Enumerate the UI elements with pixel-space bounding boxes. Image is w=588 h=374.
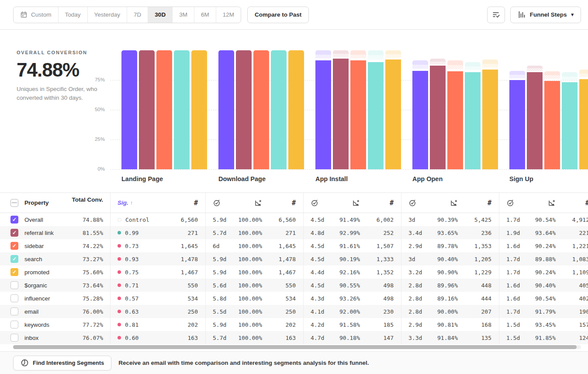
funnel-bar-promoted[interactable] [191, 50, 207, 169]
funnel-bar-referral-link[interactable] [139, 50, 155, 169]
horizontal-scrollbar[interactable] [13, 345, 581, 349]
row-checkbox[interactable]: ✓ [10, 255, 18, 263]
step-count: 1,467 [262, 269, 296, 276]
clock-check-icon[interactable] [408, 199, 432, 207]
avg-time-value: 4.5d [311, 282, 334, 289]
table-row[interactable]: ✓ search 73.27% 0.93 1,478 5.9d 100.00% … [0, 252, 588, 266]
total-conversion-value: 73.27% [70, 252, 110, 266]
funnel-bar-search[interactable] [562, 82, 578, 169]
date-range-option-yesterday[interactable]: Yesterday [88, 7, 128, 23]
select-all-checkbox[interactable]: — [10, 199, 18, 207]
count-column-header[interactable]: # [164, 199, 198, 207]
step-count: 1,478 [262, 256, 296, 262]
count-column-header[interactable]: # [556, 199, 588, 207]
step-count: 550 [164, 282, 198, 289]
conversion-rate-icon[interactable] [530, 199, 556, 207]
table-row[interactable]: ✓ Overall 74.88% Control 6,560 5.9d 100.… [0, 213, 588, 226]
conversion-rate-value: 89.88% [530, 256, 556, 262]
date-range-option-today[interactable]: Today [59, 7, 88, 23]
funnel-bar-overall[interactable] [412, 71, 428, 169]
clock-check-icon[interactable] [506, 199, 530, 207]
conversion-rate-value: 100.00% [236, 308, 262, 315]
horizontal-scrollbar-thumb[interactable] [13, 345, 577, 349]
avg-time-value: 5.6d [213, 282, 236, 289]
date-range-option-custom[interactable]: Custom [14, 7, 59, 23]
clock-check-icon[interactable] [311, 199, 334, 207]
funnel-bar-promoted[interactable] [385, 59, 401, 169]
row-checkbox[interactable]: ✓ [10, 268, 18, 276]
date-range-option-30d[interactable]: 30D [148, 7, 173, 23]
row-checkbox[interactable] [10, 334, 18, 342]
funnel-bar-overall[interactable] [218, 50, 234, 169]
date-range-option-6m[interactable]: 6M [194, 7, 216, 23]
significance-dot [118, 336, 121, 339]
funnel-bar-search[interactable] [271, 50, 287, 169]
table-row[interactable]: influencer 75.28% 0.57 534 5.8d 100.00% … [0, 292, 588, 305]
step-count: 5,425 [458, 217, 491, 223]
conversion-rate-value: 91.85% [530, 335, 556, 341]
count-column-header[interactable]: # [262, 199, 296, 207]
funnel-bar-sidebar[interactable] [544, 81, 560, 169]
funnel-bar-referral-link[interactable] [430, 66, 446, 169]
funnel-bar-search[interactable] [368, 62, 384, 169]
clock-check-icon[interactable] [213, 199, 236, 207]
funnel-bar-overall[interactable] [509, 80, 525, 169]
funnel-bar-promoted[interactable] [288, 50, 304, 169]
conversion-rate-icon[interactable] [236, 199, 262, 207]
significance-dot [118, 257, 121, 261]
date-range-option-7d[interactable]: 7D [127, 7, 148, 23]
date-range-option-label: Custom [31, 11, 52, 18]
funnel-bar-promoted[interactable] [482, 70, 498, 169]
avg-time-value: 3.3d [408, 335, 432, 341]
table-row[interactable]: ✓ promoted 75.60% 0.75 1,467 5.9d 100.00… [0, 266, 588, 279]
significance-column-header[interactable]: Sig.↑ [118, 199, 133, 206]
table-row[interactable]: keywords 77.72% 0.81 202 5.9d 100.00% 20… [0, 318, 588, 331]
row-checkbox[interactable]: ✓ [10, 242, 18, 250]
funnel-bar-sidebar[interactable] [447, 71, 463, 169]
funnel-bar-sidebar[interactable] [156, 50, 172, 169]
table-row[interactable]: ✓ referral link 81.55% 0.99 271 5.7d 100… [0, 226, 588, 239]
property-label: promoted [24, 269, 49, 276]
funnel-bar-overall[interactable] [121, 50, 137, 169]
funnel-bar-sidebar[interactable] [253, 50, 269, 169]
compare-to-past-button[interactable]: Compare to Past [247, 7, 309, 23]
funnel-bar-search[interactable] [465, 72, 481, 169]
funnel-bar-referral-link[interactable] [527, 72, 543, 169]
row-checkbox[interactable] [10, 308, 18, 315]
total-conversion-column-header[interactable]: Total Conv. [70, 193, 110, 213]
funnel-bar-promoted[interactable] [579, 79, 588, 169]
conversion-rate-icon[interactable] [334, 199, 360, 207]
property-label: keywords [24, 322, 49, 328]
avg-time-value: 1.6d [506, 282, 530, 289]
funnel-bar-referral-link[interactable] [236, 50, 252, 169]
funnel-steps-dropdown[interactable]: Funnel Steps ▾ [510, 7, 581, 23]
step-count: 1,221 [556, 243, 588, 249]
row-checkbox[interactable] [10, 321, 18, 329]
date-range-option-12m[interactable]: 12M [216, 7, 241, 23]
table-row[interactable]: inbox 76.07% 0.60 163 5.7d 100.00% 163 4… [0, 331, 588, 344]
count-column-header[interactable]: # [458, 199, 491, 207]
table-row[interactable]: $organic 73.64% 0.71 550 5.6d 100.00% 55… [0, 279, 588, 292]
funnel-bar-overall[interactable] [315, 60, 331, 169]
conversion-rate-value: 90.24% [530, 243, 556, 249]
funnel-bar-search[interactable] [174, 50, 190, 169]
table-row[interactable]: ✓ sidebar 74.22% 0.73 1,645 6d 100.00% 1… [0, 239, 588, 252]
count-column-header[interactable]: # [360, 199, 394, 207]
row-checkbox[interactable]: ✓ [10, 229, 18, 237]
row-checkbox[interactable]: ✓ [10, 216, 18, 224]
filter-check-icon-button[interactable] [487, 7, 505, 23]
date-range-option-3m[interactable]: 3M [173, 7, 194, 23]
funnel-bar-referral-link[interactable] [333, 59, 349, 169]
step-count: 207 [458, 308, 491, 315]
find-interesting-segments-button[interactable]: Find Interesting Segments [13, 356, 111, 371]
avg-time-value: 4.1d [311, 308, 334, 315]
date-range-option-label: 6M [201, 11, 209, 18]
property-column-header[interactable]: Property [24, 199, 49, 206]
bar-previous-step-cap [579, 70, 588, 79]
table-row[interactable]: email 76.00% 0.63 250 5.5d 100.00% 250 4… [0, 305, 588, 318]
row-checkbox[interactable] [10, 294, 18, 302]
row-checkbox[interactable] [10, 281, 18, 289]
conversion-rate-icon[interactable] [432, 199, 458, 207]
conversion-rate-value: 92.16% [334, 269, 360, 276]
funnel-bar-sidebar[interactable] [350, 60, 366, 169]
